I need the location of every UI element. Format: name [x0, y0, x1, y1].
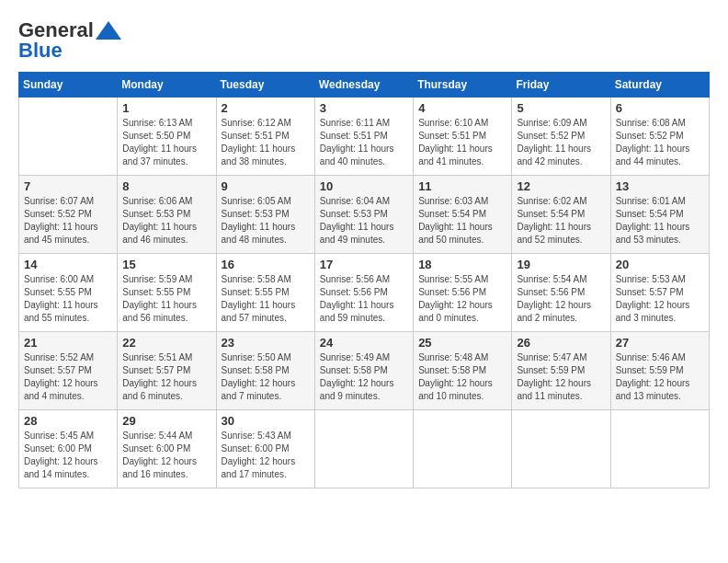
day-number: 21 — [24, 336, 112, 350]
calendar-cell: 23Sunrise: 5:50 AMSunset: 5:58 PMDayligh… — [216, 332, 314, 410]
day-info: Sunrise: 6:01 AMSunset: 5:54 PMDaylight:… — [616, 195, 704, 247]
day-number: 25 — [418, 336, 506, 350]
day-info: Sunrise: 5:45 AMSunset: 6:00 PMDaylight:… — [24, 430, 112, 481]
calendar-week-row: 21Sunrise: 5:52 AMSunset: 5:57 PMDayligh… — [19, 332, 710, 410]
calendar-week-row: 7Sunrise: 6:07 AMSunset: 5:52 PMDaylight… — [19, 176, 710, 254]
day-number: 28 — [24, 414, 112, 428]
day-number: 9 — [222, 179, 310, 193]
day-number: 24 — [320, 336, 408, 350]
svg-marker-0 — [96, 21, 121, 40]
day-info: Sunrise: 6:07 AMSunset: 5:52 PMDaylight:… — [24, 195, 112, 247]
calendar-cell: 25Sunrise: 5:48 AMSunset: 5:58 PMDayligh… — [414, 332, 512, 410]
day-number: 8 — [122, 179, 210, 193]
weekday-header: Sunday — [19, 73, 118, 98]
weekday-header: Thursday — [414, 73, 512, 98]
calendar-cell: 3Sunrise: 6:11 AMSunset: 5:51 PMDaylight… — [314, 98, 413, 176]
calendar-cell: 15Sunrise: 5:59 AMSunset: 5:55 PMDayligh… — [118, 254, 216, 332]
day-number: 18 — [418, 258, 506, 271]
day-number: 4 — [418, 101, 506, 115]
day-info: Sunrise: 5:56 AMSunset: 5:56 PMDaylight:… — [320, 273, 408, 325]
weekday-header: Friday — [512, 73, 610, 98]
day-number: 6 — [616, 101, 704, 115]
calendar-cell: 5Sunrise: 6:09 AMSunset: 5:52 PMDaylight… — [512, 98, 610, 176]
day-info: Sunrise: 5:51 AMSunset: 5:57 PMDaylight:… — [122, 351, 210, 403]
calendar-cell: 26Sunrise: 5:47 AMSunset: 5:59 PMDayligh… — [512, 332, 610, 410]
day-info: Sunrise: 5:46 AMSunset: 5:59 PMDaylight:… — [616, 351, 704, 403]
weekday-header: Saturday — [610, 73, 709, 98]
calendar-cell: 20Sunrise: 5:53 AMSunset: 5:57 PMDayligh… — [610, 254, 709, 332]
calendar-cell: 1Sunrise: 6:13 AMSunset: 5:50 PMDaylight… — [118, 98, 216, 176]
day-number: 1 — [122, 101, 210, 115]
day-number: 14 — [24, 258, 112, 271]
day-info: Sunrise: 5:43 AMSunset: 6:00 PMDaylight:… — [222, 430, 310, 481]
day-number: 19 — [517, 258, 605, 271]
calendar-cell: 19Sunrise: 5:54 AMSunset: 5:56 PMDayligh… — [512, 254, 610, 332]
calendar-cell: 11Sunrise: 6:03 AMSunset: 5:54 PMDayligh… — [414, 176, 512, 254]
day-info: Sunrise: 6:08 AMSunset: 5:52 PMDaylight:… — [616, 117, 704, 168]
day-info: Sunrise: 6:02 AMSunset: 5:54 PMDaylight:… — [517, 195, 605, 247]
day-info: Sunrise: 6:11 AMSunset: 5:51 PMDaylight:… — [320, 117, 408, 168]
calendar-cell: 14Sunrise: 6:00 AMSunset: 5:55 PMDayligh… — [19, 254, 118, 332]
day-number: 7 — [24, 179, 112, 193]
day-number: 17 — [320, 258, 408, 271]
weekday-header: Wednesday — [314, 73, 413, 98]
page-header: General Blue — [18, 18, 710, 63]
day-number: 12 — [517, 179, 605, 193]
day-number: 13 — [616, 179, 704, 193]
day-info: Sunrise: 5:53 AMSunset: 5:57 PMDaylight:… — [616, 273, 704, 325]
day-number: 22 — [122, 336, 210, 350]
calendar-cell: 4Sunrise: 6:10 AMSunset: 5:51 PMDaylight… — [414, 98, 512, 176]
day-info: Sunrise: 5:50 AMSunset: 5:58 PMDaylight:… — [222, 351, 310, 403]
calendar-cell: 12Sunrise: 6:02 AMSunset: 5:54 PMDayligh… — [512, 176, 610, 254]
day-info: Sunrise: 6:13 AMSunset: 5:50 PMDaylight:… — [122, 117, 210, 168]
day-info: Sunrise: 6:05 AMSunset: 5:53 PMDaylight:… — [222, 195, 310, 247]
calendar-cell: 16Sunrise: 5:58 AMSunset: 5:55 PMDayligh… — [216, 254, 314, 332]
calendar-cell: 24Sunrise: 5:49 AMSunset: 5:58 PMDayligh… — [314, 332, 413, 410]
calendar-week-row: 14Sunrise: 6:00 AMSunset: 5:55 PMDayligh… — [19, 254, 710, 332]
day-number: 20 — [616, 258, 704, 271]
calendar-cell: 2Sunrise: 6:12 AMSunset: 5:51 PMDaylight… — [216, 98, 314, 176]
calendar-cell: 17Sunrise: 5:56 AMSunset: 5:56 PMDayligh… — [314, 254, 413, 332]
calendar-table: SundayMondayTuesdayWednesdayThursdayFrid… — [18, 72, 710, 488]
calendar-cell — [610, 410, 709, 488]
calendar-week-row: 28Sunrise: 5:45 AMSunset: 6:00 PMDayligh… — [19, 410, 710, 488]
day-number: 11 — [418, 179, 506, 193]
calendar-week-row: 1Sunrise: 6:13 AMSunset: 5:50 PMDaylight… — [19, 98, 710, 176]
day-info: Sunrise: 6:10 AMSunset: 5:51 PMDaylight:… — [418, 117, 506, 168]
day-info: Sunrise: 5:58 AMSunset: 5:55 PMDaylight:… — [222, 273, 310, 325]
day-info: Sunrise: 5:54 AMSunset: 5:56 PMDaylight:… — [517, 273, 605, 325]
day-number: 30 — [222, 414, 310, 428]
logo-icon — [96, 21, 121, 40]
day-number: 10 — [320, 179, 408, 193]
day-info: Sunrise: 5:49 AMSunset: 5:58 PMDaylight:… — [320, 351, 408, 403]
calendar-header-row: SundayMondayTuesdayWednesdayThursdayFrid… — [19, 73, 710, 98]
calendar-cell: 22Sunrise: 5:51 AMSunset: 5:57 PMDayligh… — [118, 332, 216, 410]
calendar-cell — [314, 410, 413, 488]
day-number: 3 — [320, 101, 408, 115]
day-info: Sunrise: 6:06 AMSunset: 5:53 PMDaylight:… — [122, 195, 210, 247]
day-info: Sunrise: 6:12 AMSunset: 5:51 PMDaylight:… — [222, 117, 310, 168]
weekday-header: Monday — [118, 73, 216, 98]
logo: General Blue — [18, 18, 121, 63]
day-number: 29 — [122, 414, 210, 428]
weekday-header: Tuesday — [216, 73, 314, 98]
calendar-cell: 18Sunrise: 5:55 AMSunset: 5:56 PMDayligh… — [414, 254, 512, 332]
calendar-cell: 28Sunrise: 5:45 AMSunset: 6:00 PMDayligh… — [19, 410, 118, 488]
day-number: 26 — [517, 336, 605, 350]
calendar-cell — [414, 410, 512, 488]
calendar-cell: 27Sunrise: 5:46 AMSunset: 5:59 PMDayligh… — [610, 332, 709, 410]
day-info: Sunrise: 6:00 AMSunset: 5:55 PMDaylight:… — [24, 273, 112, 325]
logo-blue: Blue — [18, 39, 63, 63]
day-number: 5 — [517, 101, 605, 115]
day-number: 2 — [222, 101, 310, 115]
day-info: Sunrise: 5:44 AMSunset: 6:00 PMDaylight:… — [122, 430, 210, 481]
day-number: 15 — [122, 258, 210, 271]
day-info: Sunrise: 5:48 AMSunset: 5:58 PMDaylight:… — [418, 351, 506, 403]
day-info: Sunrise: 6:09 AMSunset: 5:52 PMDaylight:… — [517, 117, 605, 168]
calendar-cell: 6Sunrise: 6:08 AMSunset: 5:52 PMDaylight… — [610, 98, 709, 176]
day-info: Sunrise: 6:04 AMSunset: 5:53 PMDaylight:… — [320, 195, 408, 247]
day-number: 23 — [222, 336, 310, 350]
calendar-cell: 21Sunrise: 5:52 AMSunset: 5:57 PMDayligh… — [19, 332, 118, 410]
day-info: Sunrise: 5:52 AMSunset: 5:57 PMDaylight:… — [24, 351, 112, 403]
calendar-cell — [19, 98, 118, 176]
